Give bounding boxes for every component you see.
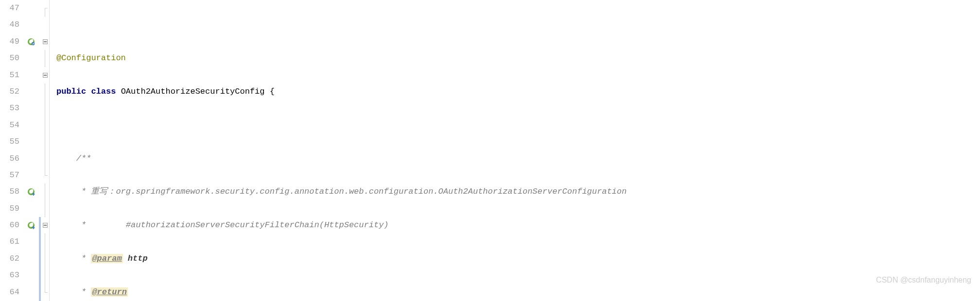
javadoc-tag-return: @return xyxy=(91,287,127,297)
fold-slot xyxy=(41,201,49,217)
gutter-slot xyxy=(23,284,39,301)
gutter-slot xyxy=(23,0,39,17)
javadoc-text: #authorizationServerSecurityFilterChain(… xyxy=(126,220,389,230)
fold-slot[interactable] xyxy=(41,217,49,234)
line-number: 58 xyxy=(0,184,19,200)
fold-gutter xyxy=(41,0,50,301)
fold-slot xyxy=(41,234,49,250)
fold-slot xyxy=(41,150,49,167)
line-number: 52 xyxy=(0,84,19,100)
javadoc-text: * xyxy=(76,254,91,263)
line-number: 53 xyxy=(0,100,19,117)
gutter-slot[interactable] xyxy=(23,184,39,200)
gutter-slot xyxy=(23,150,39,167)
javadoc-text: org.springframework.security.config.anno… xyxy=(116,187,627,196)
gutter-slot xyxy=(23,17,39,33)
fold-toggle-icon xyxy=(43,39,48,44)
annotation: @Configuration xyxy=(56,53,126,63)
fold-slot xyxy=(41,100,49,117)
javadoc-text: * xyxy=(76,287,91,297)
fold-slot[interactable] xyxy=(41,284,49,301)
gutter-slot xyxy=(23,67,39,84)
gutter-slot xyxy=(23,100,39,117)
javadoc-text: * 重写： xyxy=(76,187,116,196)
code-line[interactable]: * #authorizationServerSecurityFilterChai… xyxy=(56,217,980,234)
spring-bean-icon xyxy=(27,188,35,196)
code-line[interactable]: public class OAuth2AuthorizeSecurityConf… xyxy=(56,84,980,100)
line-number: 49 xyxy=(0,33,19,50)
line-number: 56 xyxy=(0,150,19,167)
keyword: public xyxy=(56,87,86,96)
fold-slot xyxy=(41,184,49,200)
line-number: 57 xyxy=(0,167,19,184)
brace: { xyxy=(270,87,275,96)
fold-slot[interactable] xyxy=(41,0,49,17)
javadoc-param-name: http xyxy=(128,254,148,263)
spring-config-icon xyxy=(27,38,35,46)
fold-toggle-icon xyxy=(43,223,48,228)
fold-slot xyxy=(41,117,49,134)
fold-slot xyxy=(41,50,49,67)
line-number-gutter: 47 48 49 50 51 52 53 54 55 56 57 58 59 6… xyxy=(0,0,23,301)
code-line[interactable]: * 重写：org.springframework.security.config… xyxy=(56,184,980,200)
gutter-slot xyxy=(23,117,39,134)
fold-slot xyxy=(41,17,49,33)
line-number: 63 xyxy=(0,267,19,284)
gutter-slot xyxy=(23,134,39,150)
gutter-slot xyxy=(23,267,39,284)
fold-slot xyxy=(41,267,49,284)
gutter-slot xyxy=(23,251,39,267)
line-number: 60 xyxy=(0,217,19,234)
code-line[interactable] xyxy=(56,17,980,33)
code-editor[interactable]: 47 48 49 50 51 52 53 54 55 56 57 58 59 6… xyxy=(0,0,980,301)
line-number: 50 xyxy=(0,50,19,67)
class-name: OAuth2AuthorizeSecurityConfig xyxy=(121,87,265,96)
gutter-slot xyxy=(23,50,39,67)
fold-slot[interactable] xyxy=(41,167,49,184)
gutter-slot[interactable] xyxy=(23,33,39,50)
spring-bean-nav-icon xyxy=(27,221,35,229)
code-line[interactable] xyxy=(56,117,980,134)
gutter-slot xyxy=(23,84,39,100)
javadoc-tag-param: @param xyxy=(91,254,122,263)
gutter-slot xyxy=(23,201,39,217)
line-number: 61 xyxy=(0,234,19,250)
line-number: 48 xyxy=(0,17,19,33)
fold-slot[interactable] xyxy=(41,33,49,50)
code-line[interactable]: * @param http xyxy=(56,251,980,267)
code-line[interactable]: * @return xyxy=(56,284,980,301)
line-number: 59 xyxy=(0,201,19,217)
line-number: 62 xyxy=(0,251,19,267)
fold-toggle-icon xyxy=(43,73,48,78)
code-line[interactable]: /** xyxy=(56,150,980,167)
keyword: class xyxy=(91,87,116,96)
fold-slot xyxy=(41,134,49,150)
line-number: 51 xyxy=(0,67,19,84)
icon-gutter xyxy=(23,0,39,301)
code-line[interactable]: @Configuration xyxy=(56,50,980,67)
fold-slot xyxy=(41,251,49,267)
code-area[interactable]: @Configuration public class OAuth2Author… xyxy=(50,0,980,301)
javadoc-start: /** xyxy=(76,154,91,163)
fold-slot[interactable] xyxy=(41,67,49,84)
gutter-slot xyxy=(23,234,39,250)
line-number: 54 xyxy=(0,117,19,134)
line-number: 47 xyxy=(0,0,19,17)
line-number: 55 xyxy=(0,134,19,150)
javadoc-text: * xyxy=(76,220,126,230)
line-number: 64 xyxy=(0,284,19,301)
gutter-slot[interactable] xyxy=(23,217,39,234)
fold-slot xyxy=(41,84,49,100)
gutter-slot xyxy=(23,167,39,184)
